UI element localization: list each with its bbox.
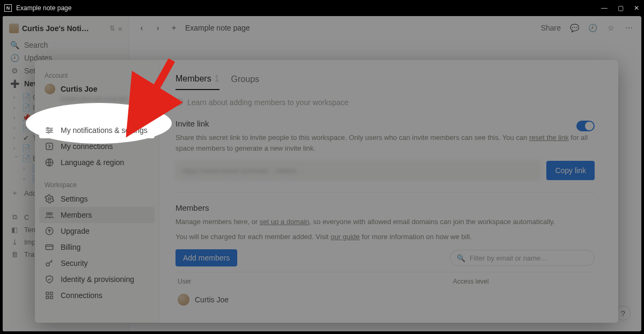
members-table-head: User Access level (175, 272, 595, 290)
svg-point-10 (48, 198, 51, 201)
gear-icon: ⚙ (10, 66, 19, 75)
members-tabs: Members 1 Groups (175, 71, 595, 90)
gear-icon (45, 194, 54, 204)
trash-icon: 🗑 (10, 250, 19, 258)
settings-item-language[interactable]: Language & region (39, 154, 155, 170)
svg-point-11 (47, 213, 49, 216)
setup-domain-link[interactable]: set up a domain (260, 218, 310, 226)
filter-placeholder: Filter by email or name… (470, 254, 547, 262)
settings-item-label: Language & region (61, 158, 124, 167)
workspace-name: Curtis Joe's Noti… (22, 24, 106, 33)
breadcrumb[interactable]: Example note page (185, 24, 250, 32)
svg-rect-20 (50, 296, 53, 299)
tab-members[interactable]: Members 1 (175, 71, 219, 90)
divider (175, 192, 595, 192)
svg-point-7 (48, 131, 49, 133)
tab-groups[interactable]: Groups (231, 71, 259, 90)
member-row[interactable]: Curtis Joe (175, 290, 595, 310)
download-icon: ⤓ (10, 238, 19, 246)
sliders-icon (45, 125, 54, 135)
search-icon: 🔍 (10, 41, 19, 49)
learn-label: Learn about adding members to your works… (187, 98, 348, 107)
workspace-switcher[interactable]: Curtis Joe's Noti… ⇅ « (3, 16, 129, 39)
info-icon: ⓘ (175, 98, 183, 107)
user-avatar (45, 84, 55, 94)
settings-item-label: Members (61, 211, 92, 219)
nav-back-icon[interactable]: ‹ (137, 23, 147, 33)
settings-item-label: Upgrade (61, 227, 90, 235)
reset-link[interactable]: reset the link (529, 133, 569, 142)
workspace-avatar (9, 24, 19, 33)
members-desc: Manage members here, or set up a domain,… (175, 217, 595, 227)
add-members-button[interactable]: Add members (175, 249, 237, 266)
member-name: Curtis Joe (195, 295, 229, 304)
learn-link[interactable]: ⓘ Learn about adding members to your wor… (175, 98, 595, 107)
globe-icon (45, 158, 54, 167)
settings-item-identity[interactable]: Identity & provisioning (39, 271, 155, 287)
collapse-sidebar-icon[interactable]: « (118, 24, 122, 33)
star-icon[interactable]: ☆ (606, 23, 616, 33)
search-icon: 🔍 (457, 254, 465, 262)
user-name: Curtis Joe (61, 85, 97, 93)
arrow-square-icon (45, 142, 54, 151)
settings-item-connections[interactable]: Connections (39, 287, 155, 303)
settings-section-workspace: Workspace (39, 178, 155, 191)
tab-count: 1 (215, 74, 219, 84)
page-topbar: ‹ › ＋ Example note page Share 💬 🕘 ☆ ⋯ (129, 16, 641, 40)
window-close-icon[interactable]: ✕ (633, 4, 640, 12)
settings-item-billing[interactable]: Billing (39, 239, 155, 255)
svg-point-6 (50, 130, 52, 131)
settings-item-notifications-settings[interactable]: My notifications & settings (39, 122, 155, 138)
settings-item-label: Connections (61, 291, 103, 300)
invite-link-desc: Share this secret link to invite people … (175, 132, 595, 153)
window-title: Example note page (16, 4, 71, 12)
tab-label: Groups (231, 75, 259, 84)
settings-user: Curtis Joe (39, 81, 155, 95)
shield-icon (45, 274, 54, 284)
settings-item-label: My notifications & settings (61, 126, 148, 135)
template-icon: ◧ (10, 226, 19, 234)
sidebar-search-label: Search (24, 41, 48, 49)
settings-content: Members 1 Groups ⓘ Learn about adding me… (159, 60, 618, 323)
settings-item-settings[interactable]: Settings (39, 191, 155, 207)
svg-point-5 (47, 128, 49, 129)
share-button[interactable]: Share (541, 24, 561, 32)
nav-forward-icon[interactable]: › (153, 23, 163, 33)
settings-item-security[interactable]: Security (39, 255, 155, 271)
col-user: User (178, 278, 453, 285)
sidebar-search[interactable]: 🔍Search (3, 39, 129, 51)
plus-circle-icon: ➕ (10, 79, 19, 88)
svg-point-12 (50, 213, 53, 216)
settings-item-label: Billing (61, 243, 80, 251)
settings-item-label: Identity & provisioning (61, 275, 134, 284)
svg-rect-8 (46, 143, 53, 150)
card-icon (45, 242, 54, 252)
settings-sidebar: Account Curtis Joe hidden@email.example … (35, 60, 159, 323)
history-icon[interactable]: 🕘 (588, 23, 597, 33)
svg-point-16 (46, 263, 49, 266)
settings-item-members[interactable]: Members (39, 207, 155, 223)
svg-rect-18 (50, 292, 53, 295)
window-minimize-icon[interactable]: ― (601, 4, 608, 12)
member-avatar (178, 294, 189, 306)
new-tab-plus-icon[interactable]: ＋ (169, 23, 179, 33)
comments-icon[interactable]: 💬 (569, 23, 579, 33)
notion-app-icon: N (4, 4, 12, 12)
window-maximize-icon[interactable]: ▢ (617, 4, 624, 12)
tab-label: Members (175, 74, 211, 84)
settings-section-account: Account (39, 69, 155, 81)
invite-link-field[interactable]: https://www.notion.so/invite/…hidden… (175, 161, 541, 180)
svg-rect-17 (46, 292, 49, 295)
more-icon[interactable]: ⋯ (624, 23, 634, 33)
app-frame: Curtis Joe's Noti… ⇅ « 🔍Search 🕘Updates … (3, 16, 641, 331)
copy-link-button[interactable]: Copy link (546, 161, 595, 180)
invite-link-toggle[interactable] (576, 121, 595, 131)
chevron-updown-icon: ⇅ (109, 25, 115, 32)
settings-item-upgrade[interactable]: Upgrade (39, 223, 155, 239)
settings-item-label: Settings (61, 195, 88, 203)
people-icon (45, 210, 54, 220)
billing-guide-link[interactable]: our guide (331, 233, 360, 241)
settings-item-label: Security (61, 259, 88, 268)
filter-members-input[interactable]: 🔍 Filter by email or name… (450, 250, 595, 266)
clock-icon: 🕘 (10, 54, 19, 62)
